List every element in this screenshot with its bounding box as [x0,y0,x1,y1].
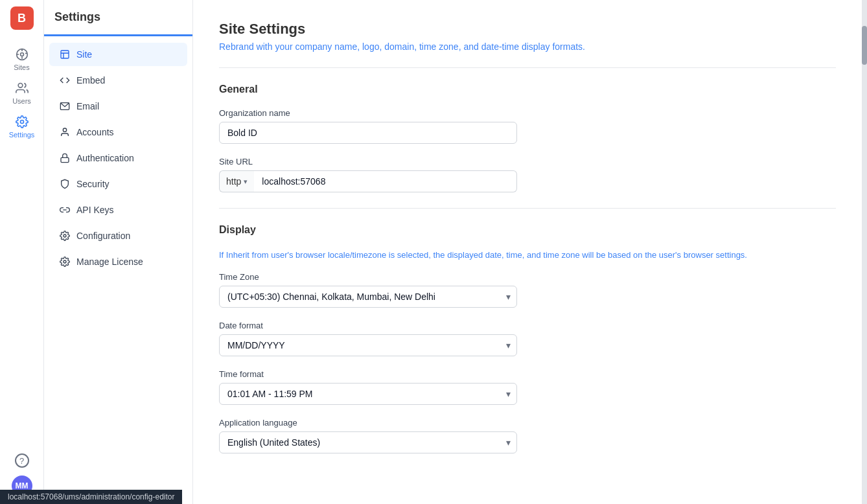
time-format-select-wrapper: 01:01 AM - 11:59 PM ▾ [219,383,517,405]
sidebar-item-accounts[interactable]: Accounts [49,120,187,144]
timezone-select-wrapper: (UTC+05:30) Chennai, Kolkata, Mumbai, Ne… [219,286,517,308]
embed-icon [60,75,70,86]
page-title: Site Settings [219,21,836,38]
sidebar-item-manage-license[interactable]: Manage License [49,250,187,273]
date-format-label: Date format [219,321,836,330]
sidebar-item-email[interactable]: Email [49,95,187,118]
svg-point-5 [63,128,66,132]
url-protocol-value: http [226,176,241,187]
avatar-initials: MM [16,481,29,490]
app-language-select[interactable]: English (United States) [219,431,517,453]
sidebar: Settings Site Embed Email Accounts Authe… [44,0,193,504]
site-url-group: Site URL http ▾ [219,157,836,192]
app-language-group: Application language English (United Sta… [219,418,836,453]
nav-help[interactable]: ? [0,448,43,475]
api-keys-icon [60,205,70,215]
app-logo[interactable]: B [10,6,34,30]
settings-icon [16,115,29,128]
svg-point-2 [20,120,23,124]
status-bar: localhost:57068/ums/administration/confi… [0,490,182,504]
svg-point-1 [18,84,23,88]
right-scrollbar [862,0,867,504]
url-host-input[interactable] [254,170,517,192]
main-content: Site Settings Rebrand with your company … [193,0,862,504]
help-icon: ? [15,453,29,468]
sidebar-item-accounts-label: Accounts [76,127,114,137]
timezone-group: Time Zone (UTC+05:30) Chennai, Kolkata, … [219,272,836,308]
sidebar-item-security-label: Security [76,179,110,189]
time-format-select[interactable]: 01:01 AM - 11:59 PM [219,383,517,405]
nav-users[interactable]: Users [0,76,43,110]
users-icon [16,82,29,95]
date-format-select-wrapper: MM/DD/YYYY ▾ [219,334,517,356]
logo-letter: B [17,12,26,25]
date-format-select[interactable]: MM/DD/YYYY [219,334,517,356]
org-name-input[interactable] [219,122,517,144]
time-format-label: Time format [219,369,836,379]
configuration-icon [60,231,70,241]
display-note: If Inherit from user's browser locale/ti… [219,249,836,262]
app-language-select-wrapper: English (United States) ▾ [219,431,517,453]
accounts-icon [60,127,70,137]
nav-users-label: Users [12,97,31,105]
svg-point-0 [20,53,23,56]
sidebar-title: Settings [44,10,192,36]
svg-point-8 [64,235,66,237]
page-subtitle-text: Rebrand with your company name, logo, do… [219,41,585,52]
site-url-label: Site URL [219,157,836,166]
status-bar-url: localhost:57068/ums/administration/confi… [8,492,174,501]
svg-point-9 [64,260,66,263]
sidebar-item-embed-label: Embed [76,75,105,86]
url-group: http ▾ [219,170,517,192]
icon-nav: B Sites Users Settings ? MM [0,0,44,504]
sidebar-item-email-label: Email [76,101,99,111]
sidebar-item-configuration-label: Configuration [76,231,130,241]
org-name-label: Organization name [219,108,836,118]
time-format-group: Time format 01:01 AM - 11:59 PM ▾ [219,369,836,405]
sidebar-item-manage-license-label: Manage License [76,257,143,267]
sidebar-item-authentication-label: Authentication [76,153,134,163]
sites-icon [16,48,29,61]
site-icon [60,49,70,60]
timezone-select[interactable]: (UTC+05:30) Chennai, Kolkata, Mumbai, Ne… [219,286,517,308]
org-name-group: Organization name [219,108,836,144]
sidebar-item-security[interactable]: Security [49,172,187,196]
general-section-title: General [219,84,836,95]
svg-rect-6 [61,157,69,162]
manage-license-icon [60,257,70,267]
timezone-label: Time Zone [219,272,836,282]
nav-sites[interactable]: Sites [0,43,43,76]
page-subtitle: Rebrand with your company name, logo, do… [219,41,836,52]
app-language-label: Application language [219,418,836,428]
authentication-icon [60,153,70,163]
url-protocol-arrow: ▾ [244,178,248,186]
sidebar-item-authentication[interactable]: Authentication [49,146,187,170]
url-protocol-select[interactable]: http ▾ [219,170,254,192]
svg-rect-3 [61,51,69,58]
nav-settings-label: Settings [9,131,35,139]
sidebar-item-site-label: Site [76,49,92,60]
divider-general [219,67,836,68]
sidebar-item-site[interactable]: Site [49,43,187,66]
divider-display [219,208,836,209]
sidebar-item-configuration[interactable]: Configuration [49,224,187,247]
nav-settings[interactable]: Settings [0,110,43,144]
sidebar-item-api-keys[interactable]: API Keys [49,198,187,222]
email-icon [60,101,70,111]
display-section-title: Display [219,224,836,236]
sidebar-item-embed[interactable]: Embed [49,69,187,92]
date-format-group: Date format MM/DD/YYYY ▾ [219,321,836,356]
security-icon [60,179,70,189]
nav-sites-label: Sites [14,63,29,71]
scrollbar-thumb[interactable] [862,26,867,65]
sidebar-item-api-keys-label: API Keys [76,205,114,215]
